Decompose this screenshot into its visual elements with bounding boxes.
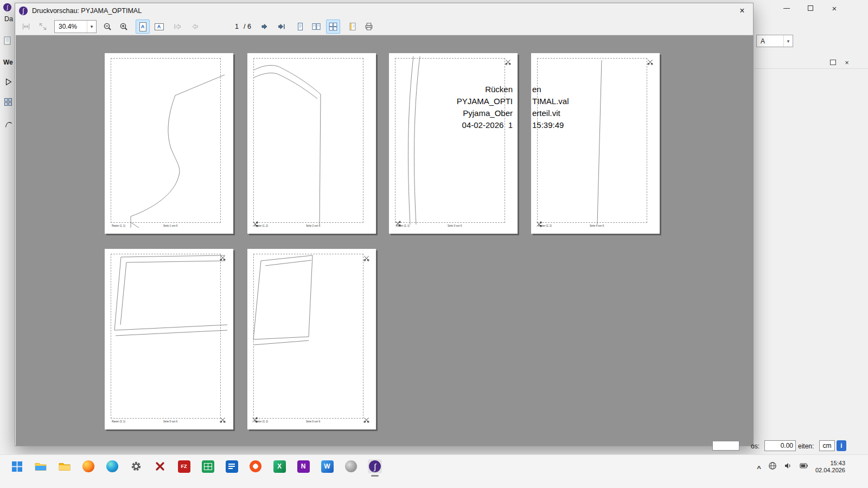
page-footer-right: Seite 3 von 6 (448, 224, 462, 227)
zoom-level-combobox[interactable]: 30.4% ▾ (54, 20, 97, 33)
volume-icon[interactable] (784, 461, 793, 472)
font-combobox[interactable]: A ▾ (756, 35, 793, 47)
statusbar-unit-field[interactable]: cm (819, 440, 835, 451)
dock-close-button[interactable]: × (842, 57, 852, 67)
page-footer-left: Raster (3, 2) (254, 420, 268, 423)
dialog-title: Druckvorschau: PYJAMA_OPTIMAL (32, 7, 142, 15)
taskbar: FZ X N W ∫ ^ (0, 454, 868, 488)
clock-date: 02.04.2026 (815, 467, 845, 474)
statusbar-pos-field[interactable]: 0.00 (764, 440, 796, 451)
first-page-button[interactable] (170, 20, 184, 34)
excel-button[interactable]: X (272, 459, 286, 473)
preview-page-5: Raster (3, 1) Seite 5 von 6 (105, 249, 233, 429)
seamly-app-icon-glyph: ∫ (22, 7, 24, 15)
new-document-icon[interactable] (3, 36, 12, 46)
green-grid-app-icon (202, 460, 214, 473)
edge-browser-icon (106, 460, 118, 472)
page-footer-left: Raster (2, 2) (538, 224, 552, 227)
taskbar-clock[interactable]: 15:43 02.04.2026 (815, 460, 845, 474)
scissors-icon (505, 57, 511, 63)
file-explorer-icon (35, 461, 47, 471)
maximize-button[interactable] (799, 0, 822, 16)
pattern-outline (105, 53, 233, 234)
facing-pages-view-button[interactable] (309, 20, 323, 34)
statusbar-info-icon[interactable]: i (837, 440, 846, 451)
pointer-tool-icon[interactable] (4, 77, 14, 87)
settings-button[interactable] (129, 459, 143, 473)
grid-tool-icon[interactable] (3, 97, 13, 107)
dialog-titlebar[interactable]: ∫ Druckvorschau: PYJAMA_OPTIMAL × (15, 3, 753, 18)
gray-circle-app-button[interactable] (344, 459, 358, 473)
firefox-button[interactable] (81, 459, 95, 473)
file-explorer-button[interactable] (34, 459, 48, 473)
landscape-orientation-button[interactable]: A (152, 20, 166, 34)
page-footer-right: Seite 5 von 6 (163, 420, 177, 423)
last-page-button[interactable] (275, 20, 289, 34)
landscape-page-icon: A (155, 23, 164, 30)
next-page-button[interactable] (258, 20, 272, 34)
onenote-button[interactable]: N (296, 459, 310, 473)
portrait-page-icon: A (139, 22, 146, 31)
page-setup-button[interactable] (346, 20, 360, 34)
zoom-out-button[interactable] (100, 20, 114, 34)
tray-expand-chevron[interactable]: ^ (757, 464, 761, 472)
close-icon: × (832, 4, 837, 13)
chevron-down-icon[interactable]: ▾ (783, 35, 793, 47)
main-app-icon: ∫ (3, 3, 11, 11)
statusbar-extra-field[interactable] (712, 441, 739, 451)
gear-icon (131, 461, 142, 472)
preview-page-2: Raster (1, 2) Seite 2 von 6 (247, 53, 376, 234)
blue-lines-app-button[interactable] (225, 459, 239, 473)
single-page-view-button[interactable] (293, 20, 307, 34)
previous-page-icon (190, 22, 199, 31)
dialog-close-button[interactable]: × (731, 3, 753, 18)
filezilla-button[interactable]: FZ (177, 459, 191, 473)
first-page-icon (173, 22, 182, 31)
orange-circle-app-button[interactable] (248, 459, 263, 473)
folder-icon (59, 461, 71, 471)
page-footer-right: Seite 6 von 6 (306, 420, 320, 423)
main-close-button[interactable]: × (822, 0, 846, 16)
red-x-app-button[interactable] (153, 459, 167, 473)
pattern-outline (531, 53, 660, 234)
start-button[interactable] (10, 459, 24, 473)
grid-view-button[interactable] (326, 20, 340, 34)
battery-icon[interactable] (800, 461, 808, 472)
green-grid-app-button[interactable] (201, 459, 215, 473)
curve-tool-icon[interactable] (4, 119, 14, 129)
folder-app-button[interactable] (58, 459, 72, 473)
zoom-in-button[interactable] (117, 20, 131, 34)
page-footer-left: Raster (3, 1) (112, 420, 125, 423)
zoom-out-icon (103, 22, 112, 31)
dock-float-icon[interactable] (830, 60, 836, 65)
current-page-input[interactable]: 1 (220, 21, 239, 32)
previous-page-button[interactable] (188, 20, 202, 34)
seamly-app-icon: ∫ (19, 7, 28, 15)
toolbox-panel-title-clipped: We (3, 59, 13, 66)
next-page-icon (260, 22, 269, 31)
fit-width-button[interactable] (19, 20, 33, 34)
minimize-icon: — (783, 4, 790, 12)
seamly2d-button-active[interactable]: ∫ (368, 459, 382, 473)
minimize-button[interactable]: — (775, 0, 799, 16)
print-preview-dialog: ∫ Druckvorschau: PYJAMA_OPTIMAL × 30.4% … (15, 3, 754, 446)
preview-area[interactable]: Raster (1, 1) Seite 1 von 6 Raster (1, 2… (16, 35, 754, 446)
scissors-icon (647, 57, 653, 63)
excel-icon: X (273, 460, 286, 473)
preview-page-1: Raster (1, 1) Seite 1 von 6 (105, 53, 233, 234)
print-button[interactable] (362, 20, 376, 34)
windows-logo-icon (12, 461, 22, 472)
blue-lines-app-icon (226, 460, 238, 473)
facing-pages-view-icon (312, 22, 321, 31)
network-globe-icon[interactable] (768, 461, 777, 472)
portrait-orientation-button[interactable]: A (136, 20, 150, 34)
word-button[interactable]: W (320, 459, 334, 473)
edge-browser-button[interactable] (105, 459, 119, 473)
desktop: ∫ Da We — × A ▾ × os: 0.00 eiten: cm i ∫… (0, 0, 868, 488)
font-combobox-value: A (761, 37, 765, 45)
fit-page-button[interactable] (36, 20, 50, 34)
maximize-icon (808, 5, 813, 11)
chevron-down-icon[interactable]: ▾ (87, 21, 96, 33)
pattern-file-name-clipped: PYJAMA_OPTI (457, 95, 513, 107)
menu-file-clipped[interactable]: Da (4, 15, 13, 23)
